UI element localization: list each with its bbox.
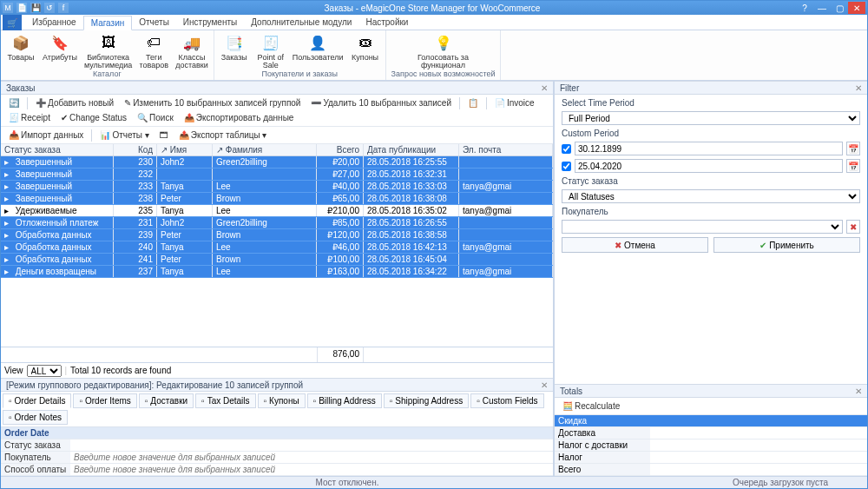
detail-tab[interactable]: ▫Tax Details [195,393,255,408]
table-row[interactable]: ▸ Завершенный232₽27,0028.05.2018 16:32:3… [1,169,553,181]
toolbar-button[interactable]: 📋 [464,96,483,109]
maximize-button[interactable]: ▢ [831,2,848,14]
toolbar-button[interactable]: 📥Импорт данных [4,129,88,142]
view-select[interactable]: ALL [27,365,62,377]
qat-fb-icon[interactable]: f [58,3,69,13]
grid-column-header[interactable]: Код [114,144,157,155]
ribbon-button[interactable]: 💡Голосовать зафункционал [418,32,469,69]
toolbar-button[interactable]: ➕Добавить новый [31,96,118,109]
ribbon-button[interactable]: 🔖Атрибуты [43,32,77,69]
ribbon-button[interactable]: 📑Заказы [220,32,249,69]
toolbar-button[interactable]: 🧾Receipt [4,111,55,124]
clear-buyer-icon[interactable]: ✖ [846,220,860,234]
panel-close-icon[interactable]: ✕ [541,380,548,390]
toolbar-button[interactable]: ✔Change Status [56,111,131,124]
orders-grid[interactable]: Статус заказаКод↗ Имя↗ ФамилияВсегоДата … [1,144,553,347]
detail-tabs: ▫Order Details▫Order Items▫Доставки▫Tax … [1,392,553,427]
detail-tab[interactable]: ▫Billing Address [307,393,382,408]
detail-tab[interactable]: ▫Order Items [73,393,136,408]
toolbar-icon: 📊 [100,130,110,140]
toolbar-button[interactable]: 📤Экспортировать данные [180,111,299,124]
qat-new-icon[interactable]: 📄 [16,3,27,13]
detail-tab[interactable]: ▫Order Notes [3,410,68,425]
panel-close-icon[interactable]: ✕ [855,387,862,396]
toolbar-button[interactable]: 📄Invoice [490,96,539,109]
toolbar-button[interactable]: 🗔 [155,129,173,142]
panel-close-icon[interactable]: ✕ [855,83,862,93]
date-to-input[interactable]: 25.04.2020 [575,159,843,173]
grid-column-header[interactable]: Дата публикации [364,144,459,155]
ribbon-tab[interactable]: Избранное [25,16,83,30]
totals-row[interactable]: Доставка [555,427,867,439]
buyer-select[interactable] [562,220,843,234]
totals-row[interactable]: Налог с доставки [555,439,867,452]
table-row[interactable]: ▸ Обработка данных239PeterBrown₽120,0028… [1,229,553,241]
ribbon-button[interactable]: 🚚Классыдоставки [175,32,208,69]
ribbon-button-label: Классыдоставки [175,54,208,69]
calendar-icon[interactable]: 📅 [846,142,860,155]
totals-row[interactable]: Скидка [555,415,867,427]
ribbon-button[interactable]: 📦Товары [6,32,36,69]
panel-close-icon[interactable]: ✕ [541,83,548,93]
grid-column-header[interactable]: ↗ Фамилия [213,144,317,155]
prop-input[interactable] [74,453,549,462]
help-button[interactable]: ? [796,2,813,14]
table-row[interactable]: ▸ Завершенный230John2Green2billing₽20,00… [1,156,553,169]
grid-column-header[interactable]: Всего [317,144,364,155]
grid-column-header[interactable]: Эл. почта [459,144,553,155]
totals-row[interactable]: Налог [555,452,867,464]
ribbon-tab[interactable]: Магазин [83,16,133,30]
detail-tab[interactable]: ▫Купоны [258,393,306,408]
ribbon-button[interactable]: 🏷Тегитоваров [139,32,168,69]
date-from-input[interactable]: 30.12.1899 [575,142,843,155]
ribbon-tab[interactable]: Инструменты [176,16,244,30]
prop-input[interactable] [74,465,549,474]
orders-toolbar: 🔄➕Добавить новый✎Изменить 10 выбранных з… [1,95,553,127]
toolbar-button[interactable]: ✎Изменить 10 выбранных записей группой [120,96,305,109]
table-row[interactable]: ▸ Деньги возвращены237TanyaLee₽163,0028.… [1,266,553,278]
table-row[interactable]: ▸ Обработка данных240TanyaLee₽46,0028.05… [1,241,553,254]
period-select[interactable]: Full Period [562,111,860,125]
date-from-checkbox[interactable] [562,144,571,154]
table-row[interactable]: ▸ Завершенный238PeterBrown₽65,0028.05.20… [1,193,553,205]
toolbar-button[interactable]: 🔍Поиск [133,111,178,124]
table-row[interactable]: ▸ Отложенный платеж231John2Green2billing… [1,217,553,229]
apply-button[interactable]: ✔Применить [713,237,860,253]
ribbon-button[interactable]: 🖼Библиотекамультимедиа [84,32,132,69]
minimize-button[interactable]: — [813,2,831,14]
ribbon-tab[interactable]: Отчеты [132,16,176,30]
detail-tab[interactable]: ▫Доставки [139,393,194,408]
grid-column-header[interactable]: Статус заказа [1,144,114,155]
grid-column-header[interactable]: ↗ Имя [157,144,213,155]
toolbar-button[interactable]: 📤Экспорт таблицы ▾ [174,129,272,142]
ribbon-tab[interactable]: Дополнительные модули [244,16,358,30]
file-button[interactable]: 🛒 [3,15,22,30]
status-select[interactable]: All Statuses [562,189,860,203]
toolbar-icon: 🔄 [9,98,19,108]
date-to-checkbox[interactable] [562,162,571,171]
recalculate-button[interactable]: 🧮Recalculate [558,400,624,413]
left-column: Заказы ✕ 🔄➕Добавить новый✎Изменить 10 вы… [1,81,555,476]
close-button[interactable]: ✕ [848,2,865,14]
calendar-icon[interactable]: 📅 [846,159,860,173]
ribbon-button[interactable]: 👤Пользователи [293,32,344,69]
totals-row[interactable]: Всего [555,464,867,476]
qat-undo-icon[interactable]: ↺ [44,3,55,13]
detail-tab[interactable]: ▫Shipping Address [384,393,469,408]
qat-save-icon[interactable]: 💾 [30,3,41,13]
detail-tab[interactable]: ▫Order Details [3,393,71,408]
detail-tab[interactable]: ▫Custom Fields [470,393,543,408]
cancel-button[interactable]: ✖Отмена [562,237,708,253]
toolbar-button[interactable]: 🔄 [4,96,23,109]
ribbon-button[interactable]: 🧾Point ofSale [256,32,286,69]
table-row[interactable]: ▸ Удерживаемые235TanyaLee₽210,0028.05.20… [1,205,553,217]
qat-app-icon[interactable]: M [3,3,13,13]
table-row[interactable]: ▸ Завершенный233TanyaLee₽40,0028.05.2018… [1,181,553,193]
toolbar-button[interactable]: ➖Удалить 10 выбранных записей [306,96,456,109]
bulk-edit-title: [Режим группового редактирования]: Редак… [6,380,303,390]
status-center: Мост отключен. [1,478,694,487]
ribbon-button[interactable]: 🎟Купоны [351,32,380,69]
toolbar-button[interactable]: 📊Отчеты ▾ [95,129,153,142]
ribbon-tab[interactable]: Настройки [358,16,415,30]
table-row[interactable]: ▸ Обработка данных241PeterBrown₽100,0028… [1,254,553,266]
